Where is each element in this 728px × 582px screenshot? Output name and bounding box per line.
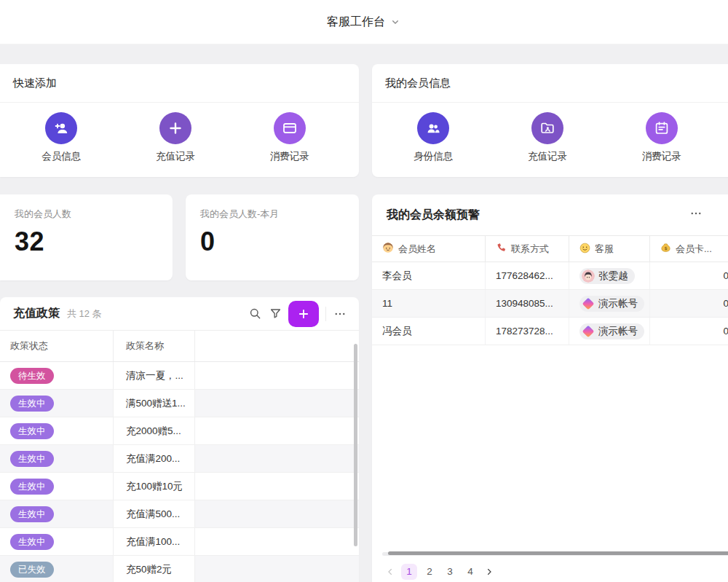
policy-row[interactable]: 生效中 充值满100...	[0, 528, 359, 556]
folder-person-icon	[531, 112, 563, 144]
page-button-4[interactable]: 4	[462, 564, 478, 580]
status-badge: 生效中	[10, 479, 54, 495]
more-icon[interactable]	[689, 207, 703, 223]
balance-warning-title: 我的会员余额预警	[387, 208, 689, 223]
stat-member-count-month-label: 我的会员人数-本月	[200, 208, 344, 221]
quick-add-title: 快速添加	[0, 64, 359, 103]
filter-icon[interactable]	[265, 304, 285, 324]
policy-status-column-header[interactable]: 政策状态	[0, 339, 113, 353]
calendar-icon	[646, 112, 678, 144]
balance-cell[interactable]: 0	[650, 290, 728, 317]
policy-row[interactable]: 生效中 充值满500...	[0, 500, 359, 528]
recharge-policy-card: 充值政策 共 12 条 政策状态 政策名称 待生效 清凉一夏，... 生效中 满…	[0, 297, 359, 582]
policy-name-cell[interactable]: 充值满500...	[113, 500, 195, 527]
smiley-icon	[579, 243, 590, 256]
member-consume-record-label: 消费记录	[642, 150, 681, 163]
member-card-column-header[interactable]: $ 会员卡...	[650, 236, 728, 261]
status-badge: 生效中	[10, 506, 54, 522]
contact-cell[interactable]: 178273728...	[486, 318, 569, 345]
money-bag-icon: $	[660, 243, 671, 256]
balance-cell[interactable]: 0	[650, 262, 728, 289]
chevron-down-icon[interactable]	[389, 16, 401, 28]
policy-name-cell[interactable]: 充值满100...	[113, 528, 195, 555]
contact-cell[interactable]: 130948085...	[486, 290, 569, 317]
policy-name-cell[interactable]: 充2000赠5...	[113, 417, 195, 444]
more-icon[interactable]	[330, 304, 350, 324]
member-face-icon	[382, 242, 394, 256]
status-badge: 生效中	[10, 423, 54, 439]
quick-add-recharge-record-label: 充值记录	[156, 150, 195, 163]
policy-row[interactable]: 生效中 充2000赠5...	[0, 417, 359, 445]
search-icon[interactable]	[245, 304, 265, 324]
agent-cell[interactable]: 演示帐号	[569, 290, 650, 317]
quick-add-card: 快速添加 会员信息 充值记录 消费记录	[0, 64, 359, 177]
person-add-icon	[45, 112, 77, 144]
vertical-scrollbar[interactable]	[354, 344, 357, 546]
contact-column-header[interactable]: 联系方式	[486, 236, 569, 261]
member-name-cell[interactable]: 11	[372, 290, 486, 317]
recharge-policy-count: 共 12 条	[67, 307, 102, 321]
policy-row[interactable]: 生效中 充值满200...	[0, 445, 359, 473]
girl-avatar	[582, 270, 595, 283]
agent-cell[interactable]: 演示帐号	[569, 318, 650, 345]
toolbar-divider	[325, 307, 326, 321]
stat-card-member-count-month: 我的会员人数-本月 0	[186, 194, 359, 280]
pagination: 1 2 3 4	[384, 563, 496, 581]
quick-add-recharge-record[interactable]: 充值记录	[119, 112, 233, 163]
agent-pill: 张雯越	[579, 268, 635, 284]
stat-member-count-month-value: 0	[200, 227, 344, 257]
page-button-3[interactable]: 3	[442, 564, 458, 580]
page-button-2[interactable]: 2	[422, 564, 438, 580]
svg-text:$: $	[664, 245, 667, 251]
status-badge: 生效中	[10, 534, 54, 550]
quick-add-consume-record-label: 消费记录	[270, 150, 309, 163]
policy-row[interactable]: 已失效 充50赠2元	[0, 556, 359, 582]
stat-member-count-label: 我的会员人数	[15, 208, 158, 221]
member-name-column-header[interactable]: 会员姓名	[372, 236, 486, 261]
horizontal-scrollbar[interactable]	[388, 551, 728, 555]
credit-card-icon	[274, 112, 306, 144]
member-name-cell[interactable]: 冯会员	[372, 318, 486, 345]
policy-name-cell[interactable]: 充100赠10元	[113, 473, 195, 500]
stat-card-member-count: 我的会员人数 32	[0, 194, 173, 280]
policy-name-cell[interactable]: 充值满200...	[113, 445, 195, 472]
policy-row[interactable]: 生效中 满500赠送1...	[0, 390, 359, 417]
plus-icon	[159, 112, 191, 144]
policy-name-cell[interactable]: 满500赠送1...	[113, 390, 195, 417]
warning-row[interactable]: 李会员 177628462... 张雯越 0	[372, 262, 728, 290]
member-identity-info[interactable]: 身份信息	[376, 112, 491, 163]
warning-row[interactable]: 冯会员 178273728... 演示帐号 0	[372, 318, 728, 345]
workspace-title: 客服工作台	[327, 15, 385, 30]
previous-page-icon[interactable]	[384, 564, 397, 580]
status-badge: 已失效	[10, 562, 54, 578]
next-page-icon[interactable]	[483, 564, 496, 580]
add-record-button[interactable]	[288, 301, 319, 327]
quick-add-member-info[interactable]: 会员信息	[4, 112, 119, 163]
phone-icon	[496, 243, 507, 256]
member-identity-info-label: 身份信息	[414, 150, 453, 163]
policy-name-cell[interactable]: 清凉一夏，...	[113, 362, 195, 389]
warning-row[interactable]: 11 130948085... 演示帐号 0	[372, 290, 728, 318]
contact-cell[interactable]: 177628462...	[486, 262, 569, 289]
policy-name-cell[interactable]: 充50赠2元	[113, 556, 195, 582]
status-badge: 待生效	[10, 368, 54, 384]
top-bar: 客服工作台	[0, 0, 728, 44]
quick-add-consume-record[interactable]: 消费记录	[232, 112, 347, 163]
policy-row[interactable]: 待生效 清凉一夏，...	[0, 362, 359, 390]
people-icon	[417, 112, 449, 144]
agent-column-header[interactable]: 客服	[569, 236, 650, 261]
stat-member-count-value: 32	[15, 227, 158, 257]
agent-cell[interactable]: 张雯越	[569, 262, 650, 289]
member-name-cell[interactable]: 李会员	[372, 262, 486, 289]
gem-avatar	[582, 297, 595, 310]
gem-avatar	[582, 325, 595, 338]
balance-cell[interactable]: 0	[650, 318, 728, 345]
policy-row[interactable]: 生效中 充100赠10元	[0, 473, 359, 500]
quick-add-member-info-label: 会员信息	[41, 150, 81, 163]
status-badge: 生效中	[10, 396, 54, 412]
balance-warning-card: 我的会员余额预警 会员姓名 联系方式 客服 $ 会员卡	[372, 194, 728, 582]
policy-name-column-header[interactable]: 政策名称	[113, 331, 195, 361]
page-button-1[interactable]: 1	[401, 564, 417, 580]
member-consume-record[interactable]: 消费记录	[604, 112, 719, 163]
member-recharge-record[interactable]: 充值记录	[491, 112, 605, 163]
